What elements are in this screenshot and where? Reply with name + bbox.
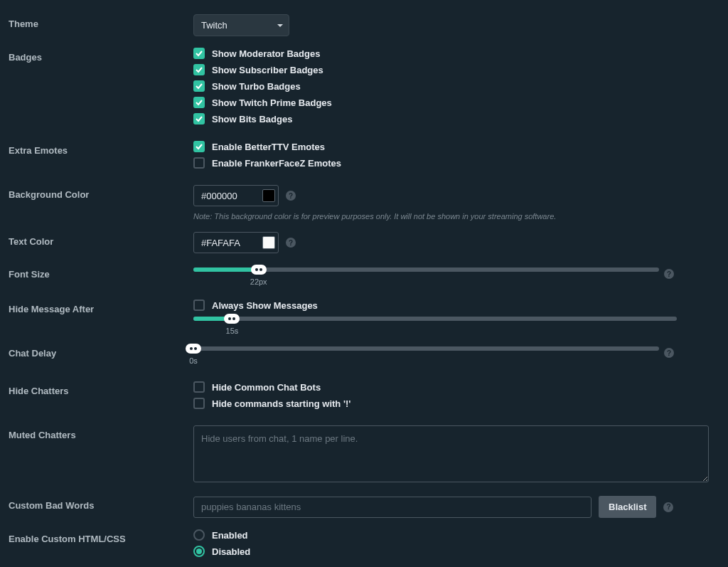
text-color-swatch[interactable]	[262, 236, 275, 249]
chat-delay-slider[interactable]: 0s	[193, 346, 659, 351]
text-color-label: Text Color	[9, 232, 193, 247]
custom-html-enabled-label: Enabled	[212, 530, 248, 541]
chevron-down-icon	[277, 24, 283, 27]
checkmark-icon	[196, 83, 203, 90]
emote-checkbox-0[interactable]	[193, 141, 205, 152]
hide-chatter-checkbox-1[interactable]	[193, 398, 205, 409]
hide-after-slider[interactable]: 15s	[193, 317, 677, 321]
always-show-checkbox[interactable]	[193, 300, 205, 311]
badge-label-4: Show Bits Badges	[212, 114, 292, 124]
bg-color-input[interactable]: #000000	[193, 185, 279, 206]
hide-chatter-label-0: Hide Common Chat Bots	[212, 382, 321, 393]
emote-checkbox-1[interactable]	[193, 157, 205, 169]
bg-color-swatch[interactable]	[262, 189, 275, 202]
chat-delay-label: Chat Delay	[9, 344, 193, 359]
custom-html-disabled-label: Disabled	[212, 546, 250, 557]
theme-label: Theme	[9, 14, 193, 29]
always-show-label: Always Show Messages	[212, 300, 318, 311]
chat-delay-value: 0s	[189, 356, 198, 365]
theme-select[interactable]: Twitch	[193, 14, 289, 36]
checkmark-icon	[196, 50, 203, 57]
hide-after-value: 15s	[226, 327, 239, 335]
hide-chatter-label-1: Hide commands starting with '!'	[212, 398, 350, 409]
emote-label-1: Enable FrankerFaceZ Emotes	[212, 158, 341, 169]
custom-html-enabled-radio[interactable]	[193, 529, 205, 541]
bad-words-input[interactable]	[193, 497, 592, 518]
checkmark-icon	[196, 143, 203, 150]
checkmark-icon	[196, 66, 203, 73]
badge-checkbox-0[interactable]	[193, 48, 205, 59]
checkmark-icon	[196, 115, 203, 122]
theme-select-value: Twitch	[201, 20, 228, 31]
slider-thumb[interactable]	[251, 265, 267, 275]
badge-checkbox-2[interactable]	[193, 80, 205, 92]
bg-color-label: Background Color	[9, 185, 193, 200]
text-color-value: #FAFAFA	[201, 238, 262, 248]
bad-words-label: Custom Bad Words	[9, 496, 193, 511]
help-icon[interactable]: ?	[664, 269, 674, 279]
hide-after-label: Hide Message After	[9, 300, 193, 314]
badge-checkbox-3[interactable]	[193, 97, 205, 108]
muted-chatters-label: Muted Chatters	[9, 425, 193, 440]
text-color-input[interactable]: #FAFAFA	[193, 232, 279, 253]
emote-label-0: Enable BetterTTV Emotes	[212, 142, 325, 152]
badge-label-0: Show Moderator Badges	[212, 48, 320, 59]
badge-checkbox-1[interactable]	[193, 64, 205, 75]
blacklist-button[interactable]: Blacklist	[599, 496, 656, 518]
help-icon[interactable]: ?	[664, 348, 674, 358]
font-size-slider[interactable]: 22px	[193, 267, 659, 272]
hide-chatter-checkbox-0[interactable]	[193, 381, 205, 393]
muted-chatters-textarea[interactable]	[193, 425, 709, 482]
badge-label-1: Show Subscriber Badges	[212, 65, 323, 75]
slider-thumb[interactable]	[224, 314, 240, 324]
font-size-label: Font Size	[9, 265, 193, 280]
hide-chatters-label: Hide Chatters	[9, 381, 193, 396]
help-icon[interactable]: ?	[286, 238, 296, 248]
help-icon[interactable]: ?	[286, 191, 296, 201]
font-size-value: 22px	[250, 277, 267, 286]
bg-color-value: #000000	[201, 191, 262, 201]
badge-label-2: Show Turbo Badges	[212, 81, 301, 92]
badge-label-3: Show Twitch Prime Badges	[212, 97, 332, 108]
badges-label: Badges	[9, 48, 193, 63]
checkmark-icon	[196, 99, 203, 106]
custom-html-label: Enable Custom HTML/CSS	[9, 529, 193, 544]
badge-checkbox-4[interactable]	[193, 113, 205, 124]
help-icon[interactable]: ?	[663, 502, 673, 512]
slider-thumb[interactable]	[186, 344, 201, 354]
extra-emotes-label: Extra Emotes	[9, 141, 193, 156]
custom-html-disabled-radio[interactable]	[193, 546, 205, 557]
bg-color-note: Note: This background color is for previ…	[193, 212, 719, 221]
